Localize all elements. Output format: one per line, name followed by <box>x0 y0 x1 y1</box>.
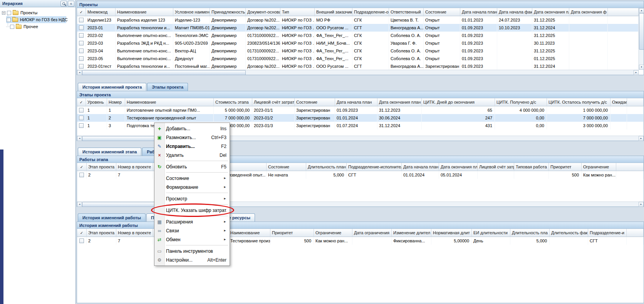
cell[interactable]: 017310000922... <box>246 55 280 62</box>
tab-0[interactable]: История изменений этапа <box>78 148 141 156</box>
menu-item[interactable]: ЦИТК. Указать шифр затрат... <box>154 206 230 215</box>
cell[interactable]: ООО Русатом ... <box>315 62 352 70</box>
cell[interactable]: 2023-01/3 <box>252 122 295 129</box>
cell[interactable]: 01.01.2024 <box>335 114 377 122</box>
cell[interactable]: Демопример <box>210 39 246 47</box>
cell[interactable]: СГТ <box>588 237 627 245</box>
cell[interactable]: 247 <box>422 114 495 122</box>
cell[interactable]: Не начата <box>267 171 306 179</box>
cell[interactable]: НИОКР по ГОЗ ... <box>280 55 315 62</box>
cell[interactable]: 4 000 000,00 <box>495 106 547 114</box>
cell[interactable]: 24.07.2023 <box>497 16 532 24</box>
cell[interactable]: 3 000 000,00 <box>547 122 610 129</box>
cell[interactable]: Магнит ПМ085-01 <box>173 24 210 32</box>
cell[interactable]: Соболева О. А. <box>389 55 424 62</box>
column-header[interactable]: Стоимость этапа <box>214 98 252 106</box>
checkbox-cell[interactable] <box>77 106 86 114</box>
column-header[interactable]: Нормативная длит <box>431 229 472 237</box>
column-header[interactable]: ЦИТК. Получено д/с <box>495 98 547 106</box>
cell[interactable]: ФА_Техн_Рег_... <box>315 47 352 55</box>
cell[interactable]: СГК <box>352 16 389 24</box>
cell[interactable]: Открыт <box>424 16 460 24</box>
menu-item[interactable]: ✎Исправить...F2 <box>154 142 230 151</box>
cell[interactable]: 1 <box>86 114 107 122</box>
menu-item[interactable]: Формирование► <box>154 183 230 191</box>
cell[interactable]: 2023-02 <box>86 32 116 39</box>
cell[interactable]: 2 <box>107 114 125 122</box>
column-header[interactable]: Этап проекта <box>87 163 116 171</box>
row-checkbox[interactable] <box>79 25 84 30</box>
cell[interactable]: 2023-05 <box>86 55 116 62</box>
scroll-right-button[interactable]: ► <box>639 202 644 207</box>
menu-item[interactable]: ⇄Обмен► <box>154 235 230 244</box>
checkbox-cell[interactable] <box>77 47 86 55</box>
menu-item[interactable]: ▭Панель инструментов <box>154 247 230 255</box>
scroll-down-button[interactable]: ▼ <box>639 65 644 70</box>
cell[interactable]: 01.09.2023 <box>460 24 497 32</box>
cell[interactable]: 65 <box>422 106 495 114</box>
cell[interactable]: Как можно ран... <box>314 237 352 245</box>
cell[interactable]: СГК <box>352 55 389 62</box>
cell[interactable]: 2 <box>87 237 116 245</box>
row-checkbox[interactable] <box>79 41 84 45</box>
column-header[interactable]: Приоритет <box>549 163 582 171</box>
row-checkbox[interactable] <box>79 56 84 61</box>
cell[interactable] <box>569 55 608 62</box>
cell[interactable] <box>514 171 549 179</box>
table-row[interactable]: 2023-01тестРазработка технологии и...Пос… <box>77 62 639 70</box>
cell[interactable] <box>569 16 608 24</box>
tab-1[interactable]: Этапы проекта <box>147 83 188 91</box>
row-checkbox[interactable] <box>79 49 84 53</box>
cell[interactable]: НИОКР по ГОЗ ... <box>280 47 315 55</box>
cell[interactable]: Изделие-123 <box>173 16 210 24</box>
cell[interactable]: СГК <box>352 32 389 39</box>
cell[interactable]: 5,00000 <box>431 237 472 245</box>
cell[interactable] <box>497 55 532 62</box>
cell[interactable]: Демопример <box>210 47 246 55</box>
column-header[interactable]: Условное наименован <box>173 8 210 16</box>
cell[interactable]: 31.12.2024 <box>377 122 422 129</box>
cell[interactable]: День <box>472 237 510 245</box>
column-header[interactable]: Подразделение-от <box>352 8 389 16</box>
column-header[interactable]: Изменение длител <box>392 229 431 237</box>
row-checkbox[interactable] <box>79 18 84 22</box>
cell[interactable]: Изделие123 <box>86 16 116 24</box>
scroll-thumb[interactable] <box>639 13 644 50</box>
cell[interactable]: 01.01.2024 <box>402 171 439 179</box>
select-all-header[interactable]: ✓ <box>77 229 87 237</box>
cell[interactable]: 31.12.2025 <box>532 32 569 39</box>
checkbox-cell[interactable] <box>77 114 86 122</box>
menu-item[interactable]: ⚙Настройки...Alt+Enter <box>154 255 230 264</box>
cell[interactable]: 30.11.2023 <box>532 39 569 47</box>
cell[interactable]: 0,00 <box>495 122 547 129</box>
cell[interactable]: НИОКР по ГОЗ ... <box>280 16 315 24</box>
cell[interactable]: 2023-01 <box>86 24 116 32</box>
checkbox-cell[interactable] <box>77 39 86 47</box>
cell[interactable]: Открыт <box>424 24 460 32</box>
menu-item[interactable]: ▦Расширения► <box>154 217 230 226</box>
cell[interactable]: Виноградова А... <box>389 24 424 32</box>
column-header[interactable]: Этап проекта <box>87 229 116 237</box>
cell[interactable]: 500 <box>270 237 314 245</box>
row-checkbox[interactable] <box>79 123 84 128</box>
scroll-left-button[interactable]: ◄ <box>77 70 82 75</box>
cell[interactable]: 1 000 000,00 <box>547 106 610 114</box>
column-header[interactable]: Состояние <box>424 8 460 16</box>
cell[interactable]: 0,00 <box>495 114 547 122</box>
cell[interactable]: Зарегистрирован <box>295 106 335 114</box>
cell[interactable]: Открыт <box>424 55 460 62</box>
table-row[interactable]: 2023-01Разработка технологии и...Магнит … <box>77 24 639 32</box>
checkbox-cell[interactable] <box>77 16 86 24</box>
cell[interactable] <box>352 237 392 245</box>
row-checkbox[interactable] <box>79 64 84 69</box>
cell[interactable]: Как можно ран... <box>582 171 616 179</box>
cell[interactable] <box>497 62 532 70</box>
cell[interactable]: 01.09.2023 <box>460 47 497 55</box>
column-header[interactable]: Дата окончания пл <box>532 8 569 16</box>
cell[interactable] <box>550 237 588 245</box>
cell[interactable]: 2023-01/2 <box>252 114 295 122</box>
column-header[interactable]: Внешний заказчик <box>315 8 352 16</box>
column-header[interactable]: Дата окончания ф <box>569 8 608 16</box>
table-row[interactable]: Изделие123Разработка изделия 123Изделие-… <box>77 16 639 24</box>
projects-vertical-scrollbar[interactable]: ▲ ▼ <box>639 8 644 70</box>
